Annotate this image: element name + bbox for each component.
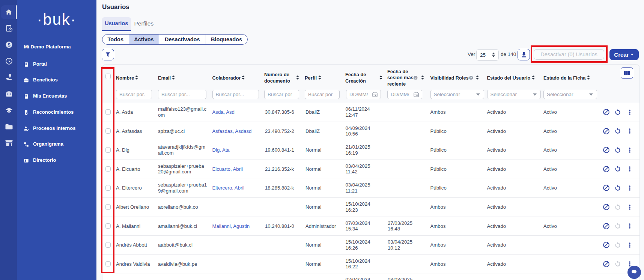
svg-text:$: $ — [8, 42, 11, 47]
svg-text:?: ? — [470, 76, 472, 79]
svg-text:?: ? — [415, 76, 417, 79]
